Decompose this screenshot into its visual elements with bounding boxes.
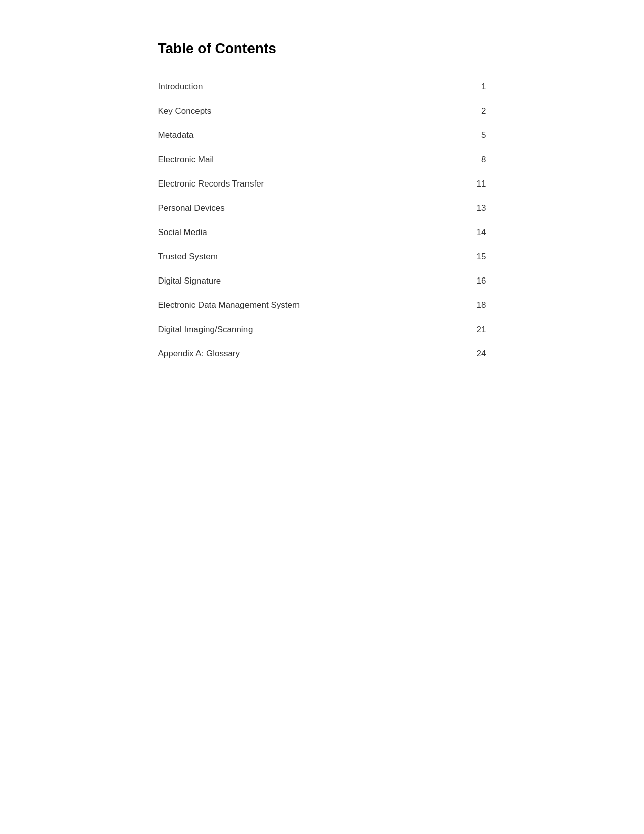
toc-page-number: 14 <box>471 227 486 238</box>
toc-entry-label: Appendix A: Glossary <box>158 349 240 359</box>
toc-page-number: 2 <box>471 106 486 116</box>
toc-page-number: 24 <box>471 349 486 359</box>
toc-row[interactable]: Electronic Data Management System18 <box>158 293 486 317</box>
toc-dots <box>229 210 467 211</box>
toc-row[interactable]: Trusted System15 <box>158 245 486 269</box>
page-container: Table of Contents Introduction1Key Conce… <box>108 0 537 834</box>
toc-page-number: 13 <box>471 203 486 213</box>
toc-page-number: 8 <box>471 155 486 165</box>
toc-page-number: 18 <box>471 300 486 310</box>
toc-entry-label: Social Media <box>158 227 207 238</box>
toc-row[interactable]: Personal Devices13 <box>158 196 486 220</box>
toc-entry-label: Trusted System <box>158 252 218 262</box>
toc-row[interactable]: Appendix A: Glossary24 <box>158 342 486 366</box>
toc-dots <box>304 307 467 308</box>
toc-dots <box>222 259 467 259</box>
toc-page-number: 16 <box>471 276 486 286</box>
toc-dots <box>225 283 467 284</box>
toc-row[interactable]: Introduction1 <box>158 75 486 99</box>
toc-entry-label: Digital Imaging/Scanning <box>158 325 253 335</box>
toc-title: Table of Contents <box>158 40 486 57</box>
toc-entry-label: Electronic Records Transfer <box>158 179 264 189</box>
toc-entry-label: Electronic Mail <box>158 155 214 165</box>
toc-row[interactable]: Digital Signature16 <box>158 269 486 293</box>
toc-row[interactable]: Key Concepts2 <box>158 99 486 123</box>
toc-row[interactable]: Digital Imaging/Scanning21 <box>158 317 486 342</box>
toc-row[interactable]: Social Media14 <box>158 220 486 245</box>
toc-row[interactable]: Electronic Records Transfer11 <box>158 172 486 196</box>
toc-page-number: 1 <box>471 82 486 92</box>
toc-page-number: 5 <box>471 130 486 141</box>
toc-row[interactable]: Metadata5 <box>158 123 486 148</box>
toc-dots <box>207 89 467 89</box>
toc-list: Introduction1Key Concepts2Metadata5Elect… <box>158 75 486 366</box>
toc-dots <box>218 162 467 162</box>
toc-dots <box>197 137 467 138</box>
toc-dots <box>215 113 467 114</box>
toc-dots <box>257 332 467 332</box>
toc-dots <box>211 235 467 235</box>
toc-row[interactable]: Electronic Mail8 <box>158 148 486 172</box>
toc-entry-label: Introduction <box>158 82 203 92</box>
toc-page-number: 15 <box>471 252 486 262</box>
toc-page-number: 11 <box>471 179 486 189</box>
toc-entry-label: Personal Devices <box>158 203 225 213</box>
toc-entry-label: Digital Signature <box>158 276 221 286</box>
toc-entry-label: Key Concepts <box>158 106 212 116</box>
toc-entry-label: Metadata <box>158 130 194 141</box>
toc-dots <box>244 356 467 356</box>
toc-page-number: 21 <box>471 325 486 335</box>
toc-dots <box>268 186 467 187</box>
toc-entry-label: Electronic Data Management System <box>158 300 300 310</box>
